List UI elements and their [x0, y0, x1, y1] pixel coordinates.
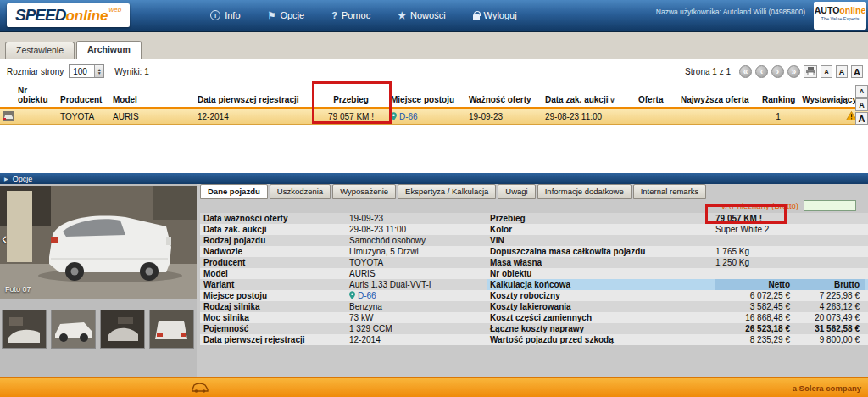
- column-header-przebieg[interactable]: Przebieg: [314, 95, 388, 104]
- pager-last-button[interactable]: »: [787, 65, 800, 78]
- field-row: ProducentTOYOTA: [200, 257, 487, 268]
- flag-icon: ⚑: [268, 10, 276, 21]
- parking-location-link[interactable]: D-66: [399, 112, 418, 121]
- parking-location-link[interactable]: D-66: [358, 291, 376, 300]
- photo-prev-arrow[interactable]: ‹: [2, 230, 7, 248]
- font-size-medium-button[interactable]: A: [836, 65, 848, 78]
- photo-thumbnail[interactable]: [2, 310, 47, 349]
- pager-next-button[interactable]: ›: [771, 65, 784, 78]
- menu-item-opcje[interactable]: ⚑ Opcje: [268, 10, 305, 21]
- page-size-select[interactable]: 100 ▲▼: [69, 64, 104, 78]
- photo-thumbnail[interactable]: [100, 310, 145, 349]
- column-header-data-rejestracji[interactable]: Data pierwszej rejestracji: [195, 95, 314, 104]
- column-header-data-zak-aukcji[interactable]: Data zak. aukcji∨: [542, 95, 636, 104]
- brand-online-text: online: [839, 5, 865, 15]
- car-icon: [191, 382, 209, 393]
- font-size-large-button[interactable]: A: [851, 65, 863, 78]
- font-size-medium-button[interactable]: A: [855, 98, 868, 111]
- menu-item-nowosci[interactable]: ★ Nowości: [398, 10, 445, 21]
- font-size-small-button[interactable]: A: [821, 65, 832, 78]
- solera-company-label: a Solera company: [793, 383, 861, 393]
- field-row: ModelAURIS: [200, 268, 487, 279]
- page-size-label: Rozmiar strony: [7, 67, 64, 76]
- detail-tab-dane-pojazdu[interactable]: Dane pojazdu: [200, 184, 268, 198]
- font-size-large-button[interactable]: A: [855, 112, 868, 125]
- spinner-arrows-icon[interactable]: ▲▼: [94, 65, 103, 77]
- field-row: Rodzaj pojazduSamochód osobowy: [200, 235, 487, 246]
- detail-tabstrip: Dane pojazdu Uszkodzenia Wyposażenie Eks…: [200, 184, 868, 198]
- top-menu: i Info ⚑ Opcje ? Pomoc ★ Nowości Wyloguj: [210, 10, 516, 21]
- row-thumbnail[interactable]: [0, 111, 15, 121]
- detail-tab-ekspertyza[interactable]: Ekspertyza / Kalkulacja: [398, 184, 496, 198]
- column-header-model[interactable]: Model: [110, 95, 195, 104]
- footer-bar: a Solera company: [0, 377, 868, 397]
- printer-icon: [806, 67, 815, 75]
- field-row-przebieg: Przebieg79 057 KM !: [487, 213, 868, 224]
- star-icon: ★: [398, 10, 406, 21]
- detail-tab-uszkodzenia[interactable]: Uszkodzenia: [270, 184, 331, 198]
- detail-tab-uwagi[interactable]: Uwagi: [498, 184, 535, 198]
- menu-item-pomoc[interactable]: ? Pomoc: [331, 10, 370, 21]
- menu-item-label: Wyloguj: [484, 10, 517, 20]
- username-label: Nazwa użytkownika: Autoland Willi (04985…: [656, 8, 805, 16]
- column-header-producent[interactable]: Producent: [58, 95, 110, 104]
- pager-prev-button[interactable]: ‹: [755, 65, 768, 78]
- grid-header-row: Nr obiektu Producent Model Data pierwsze…: [0, 83, 868, 109]
- vat-row: VAT nieznany (Brutto): [200, 198, 868, 213]
- vat-label: VAT nieznany (Brutto): [721, 201, 798, 210]
- kalkulacja-title: Kalkulacja końcowa: [490, 280, 715, 289]
- page-indicator: Strona 1 z 1: [685, 67, 731, 76]
- map-pin-icon: [391, 112, 397, 120]
- menu-item-info[interactable]: i Info: [210, 10, 240, 21]
- detail-fields-right: Przebieg79 057 KM ! KolorSuper White 2 V…: [487, 213, 868, 345]
- przebieg-value: 79 057 KM !: [715, 214, 865, 223]
- detail-tab-informacje-dodatkowe[interactable]: Informacje dodatkowe: [537, 184, 632, 198]
- cell-data-rejestracji: 12-2014: [195, 112, 314, 121]
- results-grid: Nr obiektu Producent Model Data pierwsze…: [0, 83, 868, 125]
- column-header-wystawiajacy[interactable]: Wystawiający: [797, 95, 860, 104]
- photo-thumbnail[interactable]: [149, 310, 194, 349]
- cell-ranking: 1: [760, 112, 797, 121]
- results-count-label: Wyniki: 1: [114, 67, 148, 76]
- print-button[interactable]: [804, 65, 817, 78]
- results-toolbar: Rozmiar strony 100 ▲▼ Wyniki: 1 Strona 1…: [0, 59, 868, 83]
- photo-thumbnail[interactable]: [51, 310, 96, 349]
- kalkulacja-row: Koszt części zamiennych16 868,48 €20 073…: [487, 312, 868, 323]
- cell-producent: TOYOTA: [58, 112, 110, 121]
- autoonline-logo[interactable]: AUTOonline The Value Experts: [814, 2, 866, 30]
- kalkulacja-row: Koszty lakierowania3 582,45 €4 263,12 €: [487, 301, 868, 312]
- field-row: Masa własna1 250 Kg: [487, 257, 868, 268]
- font-size-small-button[interactable]: A: [855, 85, 868, 98]
- detail-panel: Foto 07 ‹ Dane pojazdu Uszkodzenia Wypos…: [0, 184, 868, 377]
- detail-tab-wyposazenie[interactable]: Wyposażenie: [332, 184, 396, 198]
- column-header-ranking[interactable]: Ranking: [760, 95, 797, 104]
- result-row[interactable]: TOYOTA AURIS 12-2014 79 057 KM ! D-66 19…: [0, 109, 868, 125]
- brutto-column-header: Brutto: [793, 279, 865, 290]
- pager-first-button[interactable]: «: [739, 65, 752, 78]
- field-row: Rodzaj silnikaBenzyna: [200, 301, 487, 312]
- field-row: Data zak. aukcji29-08-23 11:00: [200, 224, 487, 235]
- sort-desc-icon: ∨: [609, 97, 615, 104]
- field-row: Dopuszczalna masa całkowita pojazdu1 765…: [487, 246, 868, 257]
- vehicle-photo[interactable]: Foto 07 ‹: [0, 186, 197, 299]
- vat-input[interactable]: [804, 200, 856, 211]
- kalkulacja-row-total: Łączne koszty naprawy26 523,18 €31 562,5…: [487, 323, 868, 334]
- tab-archiwum[interactable]: Archiwum: [76, 41, 142, 59]
- detail-tab-internal-remarks[interactable]: Internal remarks: [633, 184, 707, 198]
- vehicle-photo-image: [0, 186, 197, 299]
- column-header-miejsce-postoju[interactable]: Miejsce postoju: [388, 95, 466, 104]
- menu-item-wyloguj[interactable]: Wyloguj: [473, 10, 517, 21]
- opcje-collapse-bar[interactable]: ▶ Opcje: [0, 173, 868, 184]
- column-header-nr-obiektu[interactable]: Nr obiektu: [15, 86, 58, 104]
- tab-zestawienie[interactable]: Zestawienie: [5, 42, 75, 59]
- column-header-oferta[interactable]: Oferta: [636, 95, 678, 104]
- speedonline-logo[interactable]: SPEEDonlineweb: [7, 3, 130, 27]
- column-header-waznosc-oferty[interactable]: Ważność oferty: [466, 95, 542, 104]
- font-size-buttons-vertical: A A A: [855, 85, 868, 126]
- map-pin-icon: [349, 291, 355, 299]
- cell-data-zak-aukcji: 29-08-23 11:00: [542, 112, 636, 121]
- kalkulacja-header-row: Kalkulacja końcowa Netto Brutto: [487, 279, 868, 290]
- pager: Strona 1 z 1 « ‹ › » A A A: [685, 59, 863, 83]
- column-header-najwyzsza-oferta[interactable]: Najwyższa oferta: [678, 95, 760, 104]
- menu-item-label: Pomoc: [342, 10, 370, 20]
